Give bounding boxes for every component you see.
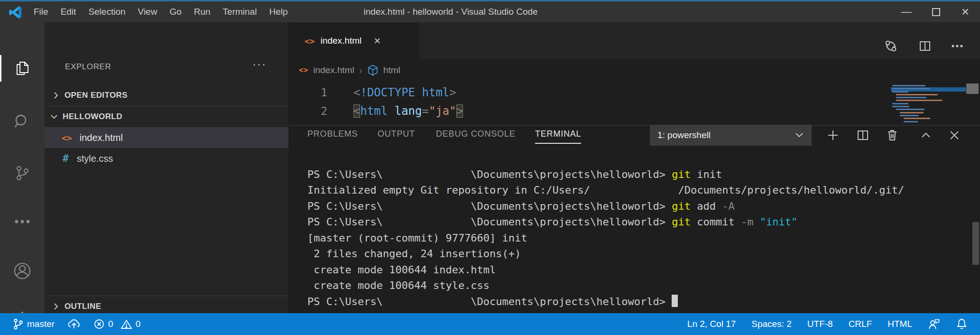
tab-close-icon[interactable]: × <box>374 34 380 47</box>
split-terminal-button[interactable] <box>854 127 871 144</box>
code-line: 1<!DOCTYPE html> <box>288 84 905 102</box>
plus-icon <box>826 129 840 142</box>
vscode-logo-icon[interactable] <box>9 5 23 19</box>
shell-dropdown-value: 1: powershell <box>657 130 711 140</box>
close-icon <box>948 129 961 141</box>
code-line: 2<html lang="ja"> <box>288 102 905 121</box>
source-control-icon <box>14 165 31 182</box>
file-label: index.html <box>80 132 123 143</box>
terminal-line: [master (root-commit) 9777660] init <box>307 230 904 246</box>
editor-scrollbar-thumb[interactable] <box>966 84 979 94</box>
editor-tab-bar: <> index.html × <box>288 22 980 59</box>
error-count: 0 <box>108 319 113 329</box>
sidebar-more-actions[interactable]: ··· <box>252 57 267 71</box>
terminal-line: Initialized empty Git repository in C:/U… <box>307 182 904 198</box>
text-segment: git <box>672 216 691 228</box>
branch-status-item[interactable]: master <box>12 318 55 330</box>
menu-file[interactable]: File <box>28 7 55 17</box>
text-segment: [master (root-commit) 9777660] init <box>307 232 527 244</box>
explorer-sidebar: EXPLORER ··· OPEN EDITORS HELLOWORLD <> … <box>45 22 288 313</box>
kill-terminal-button[interactable] <box>884 127 901 144</box>
maximize-button[interactable] <box>921 1 951 22</box>
sync-status-item[interactable] <box>67 318 81 330</box>
text-segment: -A <box>722 200 735 212</box>
cursor-position-item[interactable]: Ln 2, Col 17 <box>687 319 736 329</box>
close-button[interactable]: × <box>951 1 980 22</box>
close-panel-button[interactable] <box>946 127 963 144</box>
terminal-shell-dropdown[interactable]: 1: powershell <box>650 125 812 146</box>
menu-terminal[interactable]: Terminal <box>217 7 263 17</box>
terminal-line: 2 files changed, 24 insertions(+) <box>307 246 904 261</box>
minimap-line <box>904 121 918 122</box>
split-panel-icon <box>856 129 869 142</box>
text-segment: "ja" <box>429 104 456 118</box>
feedback-item[interactable] <box>928 318 940 330</box>
minimap-line <box>892 85 925 86</box>
feedback-person-icon <box>928 318 940 330</box>
minimap-line <box>892 103 908 104</box>
account-button[interactable] <box>0 258 45 284</box>
terminal-output[interactable]: PS C:\Users\ \Documents\projects\hellowo… <box>307 167 904 309</box>
maximize-panel-button[interactable] <box>917 127 934 144</box>
css-file-icon: # <box>63 153 69 164</box>
encoding-item[interactable]: UTF-8 <box>807 319 833 329</box>
notifications-item[interactable] <box>956 318 968 330</box>
tab-index-html[interactable]: <> index.html × <box>288 22 419 59</box>
problems-status-item[interactable]: 0 0 <box>93 318 140 330</box>
new-terminal-button[interactable] <box>824 127 841 144</box>
open-changes-button[interactable] <box>882 37 899 55</box>
language-mode-item[interactable]: HTML <box>888 319 912 329</box>
file-item-index-html[interactable]: <> index.html <box>45 127 288 148</box>
terminal-line: create mode 100644 index.html <box>307 262 904 278</box>
eol-item[interactable]: CRLF <box>849 319 872 329</box>
editor-more-actions-button[interactable] <box>949 37 966 55</box>
menu-view[interactable]: View <box>132 7 164 17</box>
open-editors-header[interactable]: OPEN EDITORS <box>45 84 288 106</box>
indentation-item[interactable]: Spaces: 2 <box>751 319 792 329</box>
menu-edit[interactable]: Edit <box>55 7 83 17</box>
chevron-down-icon <box>49 112 59 121</box>
text-segment: "init" <box>760 216 797 228</box>
breadcrumb: <> index.html › html <box>288 59 980 81</box>
menu-run[interactable]: Run <box>188 7 217 17</box>
panel-tab-output[interactable]: OUTPUT <box>378 129 415 143</box>
menu-go[interactable]: Go <box>163 7 187 17</box>
panel-scrollbar-thumb[interactable] <box>972 222 979 265</box>
code-editor[interactable]: 1<!DOCTYPE html>2<html lang="ja"> <box>288 84 905 121</box>
terminal-cursor <box>672 295 678 307</box>
window-controls: — × <box>892 1 980 22</box>
text-segment: !DOCTYPE html <box>360 86 449 99</box>
minimap[interactable] <box>892 85 963 126</box>
panel-tab-debug-console[interactable]: DEBUG CONSOLE <box>436 129 515 143</box>
text-segment: 2 files changed, 24 insertions(+) <box>307 248 521 260</box>
text-segment: Initialized empty Git repository in C:/U… <box>307 184 904 196</box>
minimap-line <box>900 115 919 116</box>
sidebar-item-source-control[interactable] <box>0 160 45 186</box>
minimap-line <box>896 100 943 101</box>
terminal-line: PS C:\Users\ \Documents\projects\hellowo… <box>307 167 904 182</box>
menu-selection[interactable]: Selection <box>82 7 131 17</box>
trash-icon <box>886 129 899 142</box>
minimap-line <box>896 97 926 98</box>
panel-tab-problems[interactable]: PROBLEMS <box>307 129 358 143</box>
folder-header-helloworld[interactable]: HELLOWORLD <box>45 106 288 127</box>
sidebar-title: EXPLORER <box>65 62 111 72</box>
title-bar: File Edit Selection View Go Run Terminal… <box>0 1 980 22</box>
sidebar-item-search[interactable] <box>0 109 45 135</box>
breadcrumb-item-file[interactable]: index.html <box>313 65 354 75</box>
panel-tab-terminal[interactable]: TERMINAL <box>535 129 581 144</box>
minimize-button[interactable]: — <box>892 1 921 22</box>
text-segment: html <box>360 104 388 118</box>
symbol-cube-icon <box>367 64 379 76</box>
sidebar-item-explorer[interactable] <box>0 55 45 82</box>
split-editor-button[interactable] <box>916 37 934 55</box>
text-segment: lang <box>395 104 422 118</box>
sidebar-item-more-views[interactable] <box>0 208 45 235</box>
chevron-up-icon <box>920 130 932 140</box>
outline-label: OUTLINE <box>65 302 101 311</box>
minimap-line <box>892 88 930 89</box>
html-file-icon: <> <box>62 133 72 143</box>
line-number: 1 <box>288 84 327 102</box>
file-item-style-css[interactable]: # style.css <box>45 148 288 169</box>
breadcrumb-item-symbol[interactable]: html <box>383 65 400 75</box>
